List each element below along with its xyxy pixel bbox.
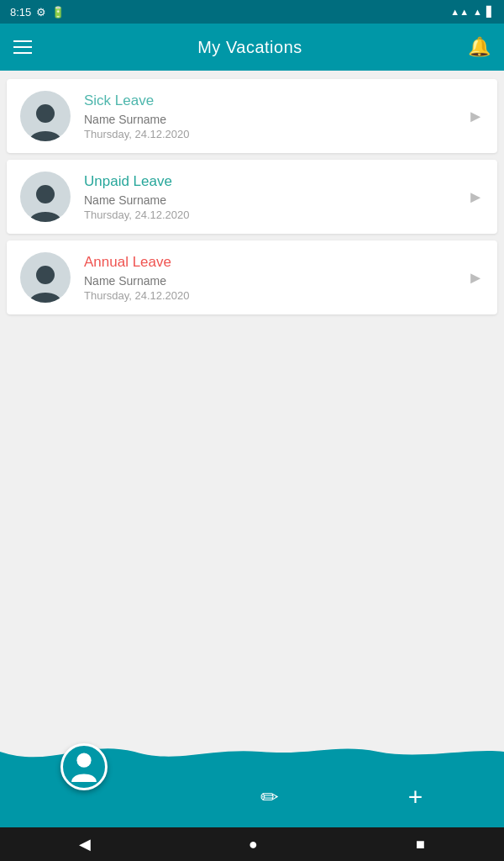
unpaid-leave-chevron-icon: ► [467, 188, 484, 207]
annual-leave-name: Name Surname [84, 274, 460, 288]
unpaid-leave-card[interactable]: Unpaid Leave Name Surname Thursday, 24.1… [7, 160, 497, 234]
svg-point-2 [36, 266, 55, 284]
annual-leave-info: Annual Leave Name Surname Thursday, 24.1… [84, 254, 460, 302]
annual-leave-type: Annual Leave [84, 254, 460, 271]
page-title: My Vacations [197, 38, 302, 57]
avatar-container-2 [20, 172, 71, 222]
menu-line-2 [13, 46, 32, 48]
sick-leave-date: Thursday, 24.12.2020 [84, 128, 460, 140]
svg-point-1 [36, 185, 55, 203]
wifi-icon: ▲▲ [450, 7, 469, 17]
profile-button[interactable] [60, 743, 108, 790]
recents-button[interactable]: ■ [416, 836, 425, 853]
annual-leave-chevron-icon: ► [467, 268, 484, 288]
bottom-area: ✏ + [0, 743, 504, 827]
system-nav-bar: ◀ ● ■ [0, 827, 504, 861]
svg-point-3 [76, 753, 91, 768]
person-icon-3 [29, 264, 61, 303]
sick-leave-name: Name Surname [84, 113, 460, 126]
notification-bell-icon[interactable]: 🔔 [468, 36, 491, 58]
status-bar-left: 8:15 ⚙ 🔋 [10, 6, 65, 18]
annual-leave-card[interactable]: Annual Leave Name Surname Thursday, 24.1… [7, 240, 497, 314]
status-bar: 8:15 ⚙ 🔋 ▲▲ ▲ ▋ [0, 0, 504, 24]
back-button[interactable]: ◀ [79, 835, 91, 853]
status-bar-right: ▲▲ ▲ ▋ [450, 6, 494, 18]
sick-leave-info: Sick Leave Name Surname Thursday, 24.12.… [84, 92, 460, 140]
settings-icon: ⚙ [36, 6, 46, 18]
avatar-container-3 [20, 252, 71, 303]
status-time: 8:15 [10, 6, 31, 18]
unpaid-leave-date: Thursday, 24.12.2020 [84, 209, 460, 221]
edit-button[interactable]: ✏ [260, 784, 279, 811]
avatar-2 [20, 172, 71, 222]
avatar-container [20, 91, 71, 141]
unpaid-leave-name: Name Surname [84, 193, 460, 207]
menu-button[interactable] [13, 40, 32, 54]
battery-icon: 🔋 [51, 6, 65, 18]
svg-point-0 [36, 104, 55, 123]
sick-leave-chevron-icon: ► [467, 107, 484, 126]
menu-line-1 [13, 40, 32, 42]
profile-icon [69, 752, 99, 782]
sick-leave-card[interactable]: Sick Leave Name Surname Thursday, 24.12.… [7, 79, 497, 153]
menu-line-3 [13, 52, 32, 54]
main-content: Sick Leave Name Surname Thursday, 24.12.… [0, 71, 504, 743]
avatar-3 [20, 252, 71, 303]
avatar [20, 91, 71, 141]
person-icon [29, 103, 61, 141]
battery-level-icon: ▋ [486, 6, 494, 18]
sick-leave-type: Sick Leave [84, 92, 460, 109]
home-button[interactable]: ● [249, 836, 258, 853]
signal-icon: ▲ [473, 7, 482, 17]
unpaid-leave-info: Unpaid Leave Name Surname Thursday, 24.1… [84, 173, 460, 221]
person-icon-2 [29, 183, 61, 222]
add-button[interactable]: + [408, 783, 423, 811]
app-bar: My Vacations 🔔 [0, 24, 504, 71]
unpaid-leave-type: Unpaid Leave [84, 173, 460, 190]
annual-leave-date: Thursday, 24.12.2020 [84, 289, 460, 302]
